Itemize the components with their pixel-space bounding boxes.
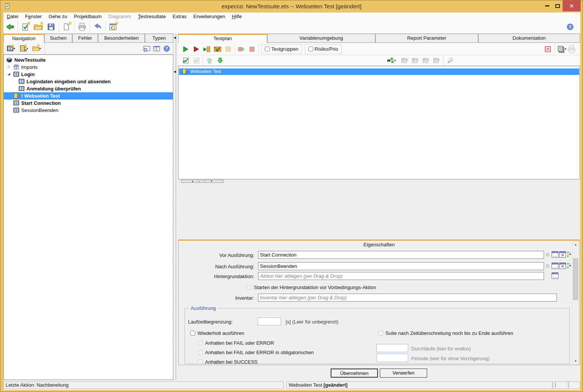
scroll-down-icon[interactable]: ▼ (573, 358, 578, 364)
tab-dokumentation[interactable]: Dokumentation (478, 34, 580, 43)
vor-browse-button[interactable]: … (552, 251, 558, 258)
tree-item-imports[interactable]: ▷ Imports (4, 64, 173, 71)
reload-view-button[interactable] (107, 21, 120, 33)
help-button[interactable] (564, 21, 577, 33)
testplan-splitter[interactable]: ▲ ··|···|·· ▼ (178, 180, 580, 183)
tab-navigation[interactable]: Navigation (3, 34, 44, 43)
run-button[interactable] (180, 44, 191, 54)
testgruppen-toggle[interactable]: Testgruppen (261, 44, 302, 54)
periode-input[interactable] (376, 354, 408, 362)
laufzeit-input[interactable] (258, 317, 281, 325)
menu-gehe-zu[interactable]: Gehe zu (45, 12, 70, 20)
check-add-button[interactable] (180, 56, 191, 65)
resume-icon (238, 46, 245, 52)
open-button[interactable] (32, 21, 45, 33)
inventar-input[interactable] (258, 294, 557, 302)
vor-ausfuehrung-input[interactable] (258, 251, 544, 259)
verify-document-button[interactable] (19, 21, 32, 33)
back-dropdown-icon[interactable]: ▾ (12, 25, 14, 29)
wiederholt-row[interactable]: Wiederholt ausführen (190, 330, 244, 336)
split-view-button[interactable] (152, 44, 162, 53)
new-folder-button[interactable] (31, 44, 41, 53)
print-button[interactable] (76, 21, 89, 33)
statusbar: Letzte Aktion: Nachbereitung Webseiten T… (3, 380, 580, 390)
nach-assign-icon[interactable] (567, 263, 571, 269)
run-until-button[interactable] (385, 56, 396, 65)
nach-clear-button[interactable]: ✕ (559, 263, 566, 269)
status-item: Webseiten Test [geändert] (286, 381, 552, 389)
minimize-button[interactable] (541, 0, 553, 11)
tree-item-newtestsuite[interactable]: NewTestsuite (4, 56, 173, 64)
vor-assign-icon[interactable] (567, 251, 571, 257)
panel-splitter[interactable]: ◀ ◀ (173, 34, 178, 380)
menu-testresultate[interactable]: Testresultate (135, 12, 169, 20)
anhalten-fail-oblig-checkbox (198, 350, 203, 355)
nach-ausfuehrung-input[interactable] (258, 262, 544, 270)
vor-clear-button[interactable]: ✕ (559, 251, 566, 258)
stop-all-icon (544, 46, 551, 53)
testcase-icon (13, 71, 19, 77)
hintergrundaktion-input[interactable] (258, 272, 544, 280)
tree-item-login[interactable]: ◢ Login (4, 71, 173, 78)
tree-item-start-connection[interactable]: Start Connection (4, 100, 173, 107)
jump-back-button (445, 56, 455, 65)
laufzeit-unit-label: [s] (Leer für unbegrenzt) (286, 319, 338, 325)
detach-view-button[interactable] (142, 44, 152, 53)
vor-ausfuehrung-label: Vor Ausführung: (179, 252, 257, 258)
apply-button[interactable]: Übernehmen (331, 369, 378, 378)
properties-scrollbar[interactable]: ▲ ▼ (572, 241, 579, 365)
testplan-item-webseiten-test[interactable]: Webseiten Test (179, 68, 579, 75)
scroll-up-icon[interactable]: ▲ (573, 242, 578, 248)
new-document-button[interactable] (60, 21, 73, 33)
maximize-button[interactable] (553, 0, 563, 11)
navigation-help-button[interactable] (162, 44, 171, 53)
close-button[interactable]: ✕ (563, 0, 581, 11)
discard-button[interactable]: Verwerfen (380, 369, 427, 378)
copies-button[interactable] (556, 44, 566, 54)
tree-item-logindaten[interactable]: Logindaten eingeben und absenden (4, 78, 173, 85)
durchlaeufe-input[interactable] (376, 344, 408, 352)
tab-testplan[interactable]: Testplan (178, 34, 267, 43)
menu-extras[interactable]: Extras (169, 12, 190, 20)
save-button[interactable] (45, 21, 58, 33)
durchlaeufe-label: Durchläufe (leer für endlos) (411, 346, 471, 352)
menu-fenster[interactable]: Fenster (22, 12, 45, 20)
tree-item-anmeldung[interactable]: Anmeldung überprüfen (4, 85, 173, 92)
tab-besonderheiten[interactable]: Besonderheiten (98, 34, 145, 43)
tab-suchen[interactable]: Suchen (44, 34, 72, 43)
collapse-left-icon[interactable]: ◀ (174, 70, 176, 73)
undo-button[interactable] (91, 21, 104, 33)
tree-item-webseiten-test[interactable]: ! Webseiten Test (4, 92, 173, 100)
nach-browse-button[interactable]: … (552, 263, 558, 269)
testcase-modified-icon (182, 68, 188, 74)
tree-item-sessionbeenden[interactable]: SessionBeenden (4, 107, 173, 114)
scrollbar-thumb[interactable] (573, 258, 578, 300)
back-button[interactable]: ▾ (3, 21, 16, 33)
risiko-toggle[interactable]: Risiko/Prio (305, 44, 342, 54)
menu-erweiterungen[interactable]: Erweiterungen (190, 12, 229, 20)
run-report-button[interactable] (212, 44, 223, 54)
expander-expanded-icon[interactable]: ◢ (8, 72, 10, 76)
run-list-icon (203, 46, 211, 53)
hintergrund-browse-button[interactable]: … (552, 272, 558, 279)
menu-projektbaum[interactable]: Projektbaum (71, 12, 105, 20)
splitter-handle[interactable]: ▲ ··|···|·· ▼ (181, 180, 224, 183)
tab-report-parameter[interactable]: Report Parameter (375, 34, 478, 43)
new-action-button[interactable] (18, 44, 28, 53)
new-testplan-button[interactable] (5, 44, 15, 53)
query-icon (423, 57, 429, 64)
menu-hilfe[interactable]: Hilfe (229, 12, 245, 20)
tab-fehler[interactable]: Fehler (72, 34, 98, 43)
run-with-error-button[interactable] (191, 44, 202, 54)
expander-collapsed-icon[interactable]: ▷ (8, 65, 11, 68)
save-icon (47, 23, 55, 31)
move-down-button[interactable] (215, 56, 225, 65)
risiko-checkbox[interactable] (308, 47, 313, 51)
collapse-left-icon[interactable]: ◀ (174, 36, 176, 39)
tab-variablenumgebung[interactable]: Variablenumgebung (267, 34, 375, 43)
run-list-button[interactable] (202, 44, 212, 54)
testgruppen-checkbox[interactable] (265, 47, 270, 51)
menu-datei[interactable]: Datei (3, 12, 22, 20)
wiederholt-checkbox[interactable] (190, 331, 195, 336)
tab-typen[interactable]: Typen (145, 34, 173, 43)
